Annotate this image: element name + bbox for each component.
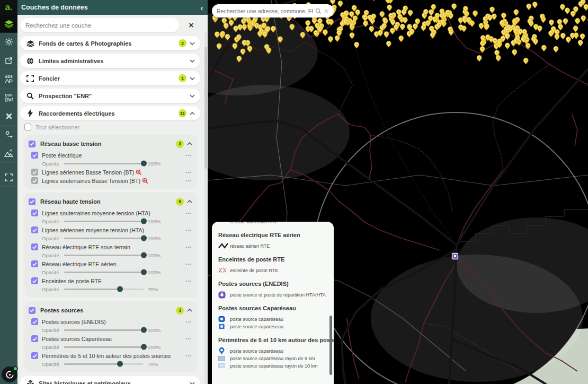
blue-station-2-icon <box>218 324 230 329</box>
layer-group-reseau-haute-tension: Réseau haute tension5Lignes souterraines… <box>24 193 197 298</box>
opacity-slider[interactable] <box>64 363 144 365</box>
panel-title: Couches de données <box>21 4 196 11</box>
layer-checkbox[interactable] <box>31 210 38 216</box>
legend-scrollbar[interactable] <box>329 316 332 375</box>
layer-search-input[interactable] <box>25 22 174 29</box>
layer-item-lignes-aeriennes-moyenne-tension-hta: Lignes aériennes moyenne tension (HTA)••… <box>31 226 193 234</box>
layer-checkbox[interactable] <box>31 335 38 342</box>
clear-search-icon[interactable] <box>324 8 329 14</box>
slider-knob[interactable] <box>117 286 123 292</box>
legend-section-title: Postes sources Caparéseau <box>218 305 327 311</box>
opacity-slider[interactable] <box>64 329 144 331</box>
monument-icon <box>25 380 35 384</box>
group-checkbox[interactable] <box>29 307 35 314</box>
chevron-down-icon <box>189 42 195 45</box>
section-limites-administratives[interactable]: Limites administratives <box>20 54 200 68</box>
search-icon[interactable] <box>315 8 322 14</box>
magnifier-icon <box>25 92 35 100</box>
group-checkbox[interactable] <box>29 141 35 147</box>
opacity-slider[interactable] <box>64 346 144 348</box>
section-fonds-de-cartes-photographies[interactable]: Fonds de cartes & Photographies2 <box>20 36 200 50</box>
section-sites-historiques-et-patrimoniaux[interactable]: Sites historiques et patrimoniaux <box>20 376 200 384</box>
layer-menu-button[interactable]: ••• <box>185 170 193 174</box>
map-search-input[interactable] <box>217 8 313 14</box>
layer-checkbox[interactable] <box>31 277 38 284</box>
layer-checkbox[interactable] <box>31 177 38 184</box>
chevron-up-icon <box>186 142 193 145</box>
rail-item-pinwheel[interactable] <box>0 107 17 126</box>
group-checkbox[interactable] <box>29 198 35 205</box>
layer-menu-button[interactable]: ••• <box>185 337 193 341</box>
layer-item-lignes-souterraines-basse-tension-bt: Lignes souterraines Basse Tension (BT)••… <box>31 177 193 185</box>
layer-item-postes-sources-capareseau: Postes sources Caparéseau••• <box>31 335 193 343</box>
slider-knob[interactable] <box>117 361 123 367</box>
rail-item-sun[interactable] <box>0 33 17 51</box>
section-foncier[interactable]: Foncier1 <box>20 71 200 85</box>
layer-checkbox[interactable] <box>31 260 38 267</box>
chevron-down-icon <box>189 94 195 98</box>
rail-item-layers[interactable] <box>0 15 17 33</box>
close-icon[interactable]: × <box>179 21 203 30</box>
section-raccordements-electriques[interactable]: Raccordements électriques11 <box>20 106 200 120</box>
layer-checkbox[interactable] <box>31 152 38 159</box>
layer-menu-button[interactable]: ••• <box>185 262 193 266</box>
opacity-slider[interactable] <box>64 289 144 290</box>
legend-section-title: Postes sources (ENEDIS) <box>218 281 327 287</box>
slider-knob[interactable] <box>141 269 147 275</box>
select-all-checkbox[interactable] <box>24 124 31 130</box>
legend-item: poste source caparéseau rayon de 5 km <box>218 355 327 362</box>
legend-section-title: Périmètres de 5 et 10 km autour des post… <box>218 337 327 343</box>
opacity-row: Opacité100% <box>42 343 193 351</box>
help-widget-button[interactable] <box>2 366 17 382</box>
slider-knob[interactable] <box>141 252 147 258</box>
layer-checkbox[interactable] <box>31 226 38 233</box>
rail-item-route-pin[interactable] <box>0 126 17 144</box>
layer-menu-button[interactable]: ••• <box>185 354 193 357</box>
slider-knob[interactable] <box>141 235 147 241</box>
layer-menu-button[interactable]: ••• <box>185 279 193 283</box>
group-header[interactable]: Réseau haute tension5 <box>29 196 193 207</box>
slider-knob[interactable] <box>141 219 147 224</box>
app-logo[interactable]: a. <box>0 0 17 15</box>
rail-item-dvf[interactable]: DVF <box>0 89 17 107</box>
layer-checkbox[interactable] <box>31 243 38 250</box>
collapse-panel-button[interactable]: ‹ <box>196 3 208 12</box>
chevron-down-icon <box>189 77 195 80</box>
rail-item-fullscreen[interactable] <box>0 168 17 187</box>
opacity-slider[interactable] <box>64 163 144 164</box>
chevron-down-icon <box>189 382 195 384</box>
layer-checkbox[interactable] <box>31 352 38 359</box>
layer-checkbox[interactable] <box>31 318 38 325</box>
slider-knob[interactable] <box>141 327 147 333</box>
opacity-row: Opacité100% <box>42 234 193 242</box>
layer-checkbox[interactable] <box>31 169 38 176</box>
layer-menu-button[interactable]: ••• <box>185 320 193 324</box>
legend-item: poste source caparéseau <box>218 347 327 354</box>
group-header[interactable]: Postes sources3 <box>29 304 193 316</box>
opacity-slider[interactable] <box>64 238 144 239</box>
slider-knob[interactable] <box>141 161 147 167</box>
rail-item-ads[interactable]: ADS <box>0 70 17 89</box>
red-hatch-icon <box>218 267 230 273</box>
opacity-slider[interactable] <box>64 272 144 273</box>
layer-menu-button[interactable]: ••• <box>185 228 193 232</box>
layer-menu-button[interactable]: ••• <box>185 153 193 157</box>
layer-menu-button[interactable]: ••• <box>185 245 193 249</box>
fullscreen-icon <box>5 173 13 181</box>
rail-item-export[interactable] <box>0 51 17 70</box>
slider-knob[interactable] <box>141 344 147 350</box>
count-badge: 3 <box>176 307 184 315</box>
layer-menu-button[interactable]: ••• <box>185 179 193 182</box>
chevron-up-icon <box>189 112 195 115</box>
group-header[interactable]: Réseau basse tension3 <box>29 138 193 150</box>
panel-header: a. Couches de données ‹ <box>0 0 208 15</box>
rail-item-terrain-signal[interactable] <box>0 144 17 163</box>
opacity-slider[interactable] <box>64 255 144 256</box>
section-prospection-enr[interactable]: Prospection "ENR" <box>20 89 200 103</box>
swatch-5km-icon <box>218 356 230 361</box>
layer-item-perimetres-de-5-et-10-km-autour-des-postes-sources: Périmètres de 5 et 10 km autour des post… <box>31 352 193 360</box>
select-all-row: Tout sélectionner <box>24 124 208 130</box>
opacity-slider[interactable] <box>64 221 144 222</box>
layer-menu-button[interactable]: ••• <box>185 211 193 215</box>
panel-scrollbar[interactable] <box>204 31 207 384</box>
